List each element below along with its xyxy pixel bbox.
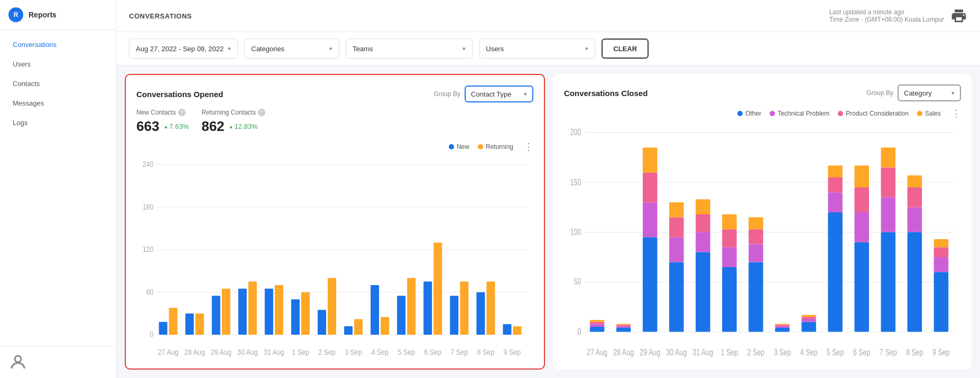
svg-rect-78 xyxy=(669,262,684,332)
svg-rect-96 xyxy=(748,218,763,230)
opened-group-by-select[interactable]: Contact Type ▾ xyxy=(465,86,533,102)
svg-rect-23 xyxy=(265,289,273,335)
last-updated-text: Last updated a minute ago Time Zone - (G… xyxy=(829,8,944,23)
sidebar-item-logs[interactable]: Logs xyxy=(4,114,112,132)
svg-rect-33 xyxy=(354,319,363,335)
svg-rect-75 xyxy=(643,173,658,203)
svg-rect-91 xyxy=(722,214,737,229)
svg-rect-35 xyxy=(371,285,379,335)
svg-rect-120 xyxy=(881,167,896,197)
svg-rect-73 xyxy=(643,237,658,332)
svg-rect-11 xyxy=(159,322,168,335)
svg-rect-17 xyxy=(212,296,220,335)
sidebar-item-contacts[interactable]: Contacts xyxy=(4,74,112,93)
closed-group-by-row: Group By Category ▾ xyxy=(866,84,961,101)
svg-rect-65 xyxy=(590,322,605,324)
svg-rect-110 xyxy=(828,177,843,192)
svg-rect-32 xyxy=(344,326,353,335)
svg-rect-50 xyxy=(503,324,511,335)
svg-rect-103 xyxy=(801,322,816,332)
svg-rect-14 xyxy=(186,314,194,335)
closed-group-by-label: Group By xyxy=(866,89,893,97)
svg-text:31 Aug: 31 Aug xyxy=(692,347,713,357)
svg-text:180: 180 xyxy=(143,203,154,211)
sidebar-header: R Reports xyxy=(0,0,116,30)
categories-filter[interactable]: Categories ▾ xyxy=(244,39,339,59)
svg-rect-45 xyxy=(460,281,468,335)
returning-contacts-info[interactable]: ? xyxy=(258,109,265,116)
svg-rect-18 xyxy=(222,289,230,335)
users-value: Users xyxy=(486,45,504,53)
opened-chart-svg: 06012018024027 Aug28 Aug29 Aug30 Aug31 A… xyxy=(136,157,533,358)
svg-rect-124 xyxy=(908,207,922,232)
svg-text:1 Sep: 1 Sep xyxy=(292,348,309,356)
svg-rect-85 xyxy=(696,214,710,232)
svg-text:0: 0 xyxy=(578,326,581,336)
closed-legend-dot-2 xyxy=(838,111,843,116)
closed-more-icon[interactable]: ⋮ xyxy=(951,108,961,119)
svg-rect-95 xyxy=(748,229,763,244)
page-title: CONVERSATIONS xyxy=(129,12,192,20)
avatar: R xyxy=(8,7,23,22)
closed-group-by-chevron: ▾ xyxy=(951,90,955,97)
users-filter[interactable]: Users ▾ xyxy=(479,39,595,59)
svg-text:29 Aug: 29 Aug xyxy=(211,348,232,356)
svg-rect-130 xyxy=(934,247,949,257)
svg-rect-47 xyxy=(476,292,485,335)
svg-rect-39 xyxy=(407,278,415,335)
sidebar-bottom xyxy=(0,346,116,378)
closed-legend-dot-3 xyxy=(917,111,922,116)
svg-text:50: 50 xyxy=(574,276,581,286)
closed-chart-header: Conversations Closed Group By Category ▾ xyxy=(564,84,961,101)
sidebar-item-messages[interactable]: Messages xyxy=(4,94,112,112)
svg-text:0: 0 xyxy=(150,330,154,339)
opened-group-by-value: Contact Type xyxy=(471,90,511,98)
sidebar-item-users[interactable]: Users xyxy=(4,55,112,73)
returning-contacts-label: Returning Contacts ? xyxy=(201,109,265,116)
sidebar-item-conversations[interactable]: Conversations xyxy=(4,35,112,54)
svg-text:5 Sep: 5 Sep xyxy=(397,348,415,356)
closed-group-by-select[interactable]: Category ▾ xyxy=(898,84,961,101)
svg-rect-131 xyxy=(934,239,949,247)
svg-rect-89 xyxy=(722,247,737,267)
closed-legend: OtherTechnical ProblemProduct Considerat… xyxy=(564,108,961,119)
svg-rect-86 xyxy=(696,200,710,214)
legend-returning-label: Returning xyxy=(486,143,513,150)
svg-rect-30 xyxy=(328,278,336,335)
svg-rect-12 xyxy=(169,308,178,335)
new-contacts-info[interactable]: ? xyxy=(178,109,186,116)
svg-rect-83 xyxy=(696,252,710,332)
teams-filter[interactable]: Teams ▾ xyxy=(346,39,473,59)
date-range-filter[interactable]: Aug 27, 2022 - Sep 09, 2022 ▾ xyxy=(129,39,238,59)
clear-button[interactable]: CLEAR xyxy=(602,39,649,59)
top-header: CONVERSATIONS Last updated a minute ago … xyxy=(116,0,980,32)
svg-text:31 Aug: 31 Aug xyxy=(264,348,284,356)
svg-rect-76 xyxy=(643,147,658,172)
svg-text:4 Sep: 4 Sep xyxy=(800,347,818,357)
svg-rect-128 xyxy=(934,272,949,332)
categories-value: Categories xyxy=(251,45,284,53)
teams-value: Teams xyxy=(353,45,373,53)
svg-rect-79 xyxy=(669,237,684,262)
legend-new-label: New xyxy=(457,143,469,150)
print-icon[interactable] xyxy=(950,7,967,24)
conversations-opened-card: Conversations Opened Group By Contact Ty… xyxy=(125,74,545,370)
svg-text:6 Sep: 6 Sep xyxy=(853,347,871,357)
closed-group-by-value: Category xyxy=(904,89,932,97)
svg-text:4 Sep: 4 Sep xyxy=(371,348,389,356)
svg-rect-104 xyxy=(801,319,816,322)
svg-rect-106 xyxy=(801,315,816,317)
returning-contacts-change: 12.83% xyxy=(229,122,258,130)
svg-text:27 Aug: 27 Aug xyxy=(587,347,607,357)
svg-text:9 Sep: 9 Sep xyxy=(504,348,521,356)
svg-rect-98 xyxy=(775,328,790,332)
svg-rect-66 xyxy=(590,320,605,322)
svg-rect-111 xyxy=(828,165,843,177)
user-profile-icon[interactable] xyxy=(8,353,27,372)
charts-area: Conversations Opened Group By Contact Ty… xyxy=(116,65,980,378)
closed-chart-title: Conversations Closed xyxy=(564,89,648,98)
svg-rect-116 xyxy=(854,165,869,187)
svg-text:150: 150 xyxy=(570,177,581,187)
opened-more-icon[interactable]: ⋮ xyxy=(524,141,533,153)
svg-rect-88 xyxy=(722,267,737,332)
